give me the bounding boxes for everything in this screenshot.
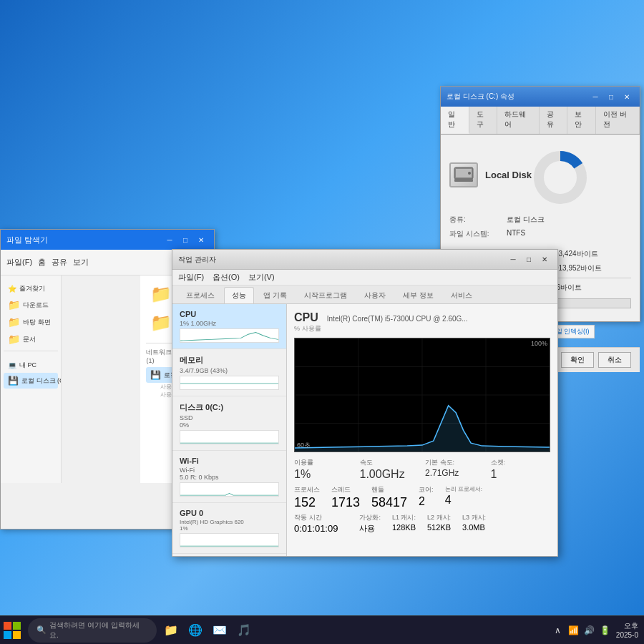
logical-stat: 논리 프로세서: 4 (445, 485, 482, 510)
tab-process[interactable]: 프로세스 (178, 287, 223, 303)
sidebar-desktop[interactable]: 📁 바탕 화면 (4, 313, 58, 331)
tab-startup[interactable]: 시작프로그램 (296, 287, 355, 303)
tray-volume[interactable]: 🔊 (583, 624, 596, 637)
l2-label: L2 캐시: (427, 513, 451, 522)
search-icon: 🔍 (36, 625, 47, 635)
tab-users[interactable]: 사용자 (356, 287, 394, 303)
processes-value: 152 (294, 495, 320, 510)
cpu-extra-stats: 작동 시간 0:01:01:09 가상화: 사용 L1 캐시: 128KB (294, 513, 550, 534)
toolbar-item-view[interactable]: 보기 (73, 257, 89, 268)
l1-value: 128KB (392, 523, 416, 532)
menu-view[interactable]: 보기(V) (248, 272, 275, 283)
toolbar-item-home[interactable]: 홈 (38, 257, 46, 268)
l2-value: 512KB (427, 523, 451, 532)
filesystem-value: NTFS (507, 229, 525, 239)
sidebar-wifi-title: Wi-Fi (180, 457, 279, 465)
sidebar-this-pc[interactable]: 💻 내 PC (4, 358, 58, 373)
cache-stats: 가상화: 사용 L1 캐시: 128KB L2 캐시: 512KB (359, 513, 486, 534)
cancel-button[interactable]: 취소 (598, 352, 631, 368)
utilization-stat: 이용률 1% (294, 458, 354, 481)
disk-props-minimize[interactable]: ─ (588, 90, 602, 103)
disk-name: Local Disk (485, 170, 532, 180)
taskbar-browser[interactable]: 🌐 (185, 620, 206, 641)
windows-logo[interactable] (4, 622, 21, 639)
sidebar-wifi[interactable]: Wi-Fi Wi-Fi5.0 R: 0 Kbps (172, 451, 286, 503)
handles-label: 핸들 (371, 485, 407, 494)
tab-sharing[interactable]: 공유 (540, 107, 568, 134)
gpu-sparkline (180, 533, 279, 547)
base-speed-stat: 기본 속도: 2.71GHz (425, 458, 485, 481)
uptime-label: 작동 시간 (294, 513, 338, 522)
close-button[interactable]: ✕ (194, 233, 208, 246)
threads-label: 스레드 (331, 485, 360, 494)
tab-security[interactable]: 보안 (567, 107, 596, 134)
tab-hardware[interactable]: 하드웨어 (497, 107, 539, 134)
taskbar-icons: 📁 🌐 ✉️ 🎵 (160, 620, 255, 641)
svg-rect-3 (454, 179, 473, 182)
sidebar-downloads[interactable]: 📁 다운로드 (4, 296, 58, 313)
tray-battery[interactable]: 🔋 (599, 624, 612, 637)
cpu-full-name: Intel(R) Core(TM) i5-7300U CPU @ 2.60G..… (327, 315, 468, 323)
sidebar-disk-title: 디스크 0(C:) (180, 402, 279, 413)
cores-stat: 코어: 2 (419, 485, 434, 510)
sidebar-local-disk-c[interactable]: 💾 로컬 디스크 (C:) (4, 373, 58, 389)
tab-tools[interactable]: 도구 (469, 107, 498, 134)
ok-button[interactable]: 확인 (561, 352, 594, 368)
l1-label: L1 캐시: (392, 513, 416, 522)
cpu-secondary-stats: 프로세스 152 스레드 1713 핸들 58417 코어: 2 (294, 485, 550, 510)
virtual-label: 가상화: (359, 513, 381, 522)
sidebar-memory[interactable]: 메모리 3.4/7.9GB (43%) (172, 349, 286, 396)
tab-app-history[interactable]: 앱 기록 (255, 287, 295, 303)
logical-value: 4 (445, 494, 482, 507)
base-speed-label: 기본 속도: (425, 458, 485, 467)
taskbar-file-explorer[interactable]: 📁 (160, 620, 182, 641)
sidebar-cpu[interactable]: CPU 1% 1.00GHz (172, 304, 286, 349)
system-clock[interactable]: 오후 2025-0 (616, 621, 638, 640)
task-manager-sidebar: CPU 1% 1.00GHz 메모리 3.4/7.9GB (43%) (172, 304, 287, 556)
tab-services[interactable]: 서비스 (443, 287, 480, 303)
sidebar-disk[interactable]: 디스크 0(C:) SSD0% (172, 396, 286, 451)
task-manager-main: CPU Intel(R) Core(TM) i5-7300U CPU @ 2.6… (287, 304, 557, 556)
utilization-label: 이용률 (294, 458, 354, 467)
menu-file[interactable]: 파일(F) (178, 272, 204, 283)
tray-network[interactable]: 📶 (567, 624, 580, 637)
cpu-sparkline (180, 328, 279, 343)
tab-general[interactable]: 일반 (441, 107, 469, 134)
cpu-graph: 100% 60초 (294, 338, 550, 452)
svg-point-2 (468, 172, 471, 175)
sidebar-gpu[interactable]: GPU 0 Intel(R) HD Graphics 6201% (172, 503, 286, 554)
logical-label: 논리 프로세서: (445, 485, 482, 493)
tm-minimize[interactable]: ─ (506, 253, 520, 266)
menu-options[interactable]: 옵션(O) (213, 272, 240, 283)
toolbar-item-share[interactable]: 공유 (52, 257, 67, 268)
disk-props-tabs: 일반 도구 하드웨어 공유 보안 이전 버전 (441, 107, 640, 135)
virtual-stat: 가상화: 사용 (359, 513, 381, 534)
disk-props-controls: ─ □ ✕ (588, 90, 634, 103)
cpu-graph-title: % 사용률 (294, 324, 468, 333)
tm-close[interactable]: ✕ (537, 253, 552, 266)
cores-value: 2 (419, 495, 434, 508)
taskbar-search[interactable]: 🔍 검색하려면 여기에 입력하세요. (28, 618, 157, 643)
filesystem-label: 파일 시스템: (449, 229, 507, 239)
type-row: 종류: 로컬 디스크 (449, 215, 631, 225)
task-manager-body: CPU 1% 1.00GHz 메모리 3.4/7.9GB (43%) (172, 304, 557, 556)
disk-props-maximize[interactable]: □ (604, 90, 618, 103)
tab-performance[interactable]: 성능 (224, 287, 254, 303)
taskbar-music[interactable]: 🎵 (233, 620, 255, 641)
toolbar-item-file[interactable]: 파일(F) (6, 257, 32, 268)
tray-chevron[interactable]: ∧ (552, 624, 565, 637)
tab-prev-versions[interactable]: 이전 버전 (596, 107, 640, 134)
sidebar-documents[interactable]: 📁 문서 (4, 331, 58, 348)
l3-stat: L3 캐시: 3.0MB (462, 513, 486, 534)
maximize-button[interactable]: □ (178, 233, 192, 246)
processes-label: 프로세스 (294, 485, 320, 494)
clock-date: 2025-0 (616, 630, 638, 640)
minimize-button[interactable]: ─ (162, 233, 177, 246)
graph-min-label: 60초 (297, 441, 311, 450)
sidebar-quick-access[interactable]: ⭐ 즐겨찾기 (4, 281, 58, 296)
disk-props-close[interactable]: ✕ (620, 90, 634, 103)
tm-maximize[interactable]: □ (522, 253, 536, 266)
taskbar-mail[interactable]: ✉️ (209, 620, 230, 641)
tab-details[interactable]: 세부 정보 (395, 287, 441, 303)
type-value: 로컬 디스크 (507, 215, 545, 225)
